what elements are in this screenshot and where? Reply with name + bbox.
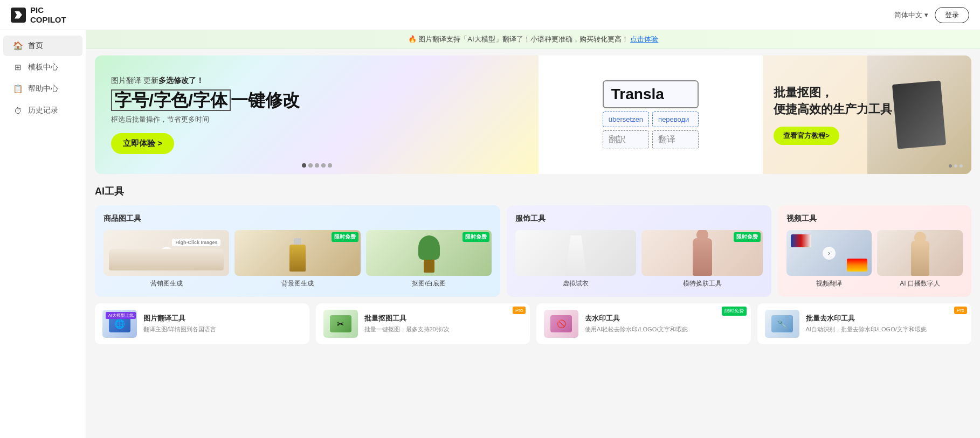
bottom-tools-row: AI大模型上线 🌐 图片翻译工具 翻译主图/详情图到各国语言 Pro [95, 303, 971, 344]
logo-text: PIC COPILOT [30, 5, 66, 25]
dot-3 [315, 163, 319, 168]
trans-box-3: переводи [652, 112, 699, 127]
cutout-label: 抠图/白底图 [412, 279, 446, 288]
sidebar-item-templates-label: 模板中心 [28, 62, 58, 72]
tool-item-cutout[interactable]: 限时免费 › 抠图/白底图 [366, 230, 492, 288]
mini-tool-bulk-cutout[interactable]: Pro ✂ 批量抠图工具 批量一键抠图，最多支持20张/次 [316, 303, 530, 344]
sidebar-item-help[interactable]: 📋 帮助中心 [3, 79, 82, 99]
announce-link[interactable]: 点击体验 [630, 35, 658, 43]
sidebar-item-templates[interactable]: ⊞ 模板中心 [3, 57, 82, 78]
image-translate-thumb: AI大模型上线 🌐 [102, 310, 137, 338]
logo-icon [11, 8, 26, 23]
login-button[interactable]: 登录 [935, 7, 969, 23]
history-icon: ⏱ [13, 106, 23, 115]
clothing-tool-items: › 虚拟试衣 限时免费 › [515, 230, 762, 288]
background-label: 背景图生成 [281, 279, 314, 288]
virtual-fitting-thumb: › [515, 230, 636, 276]
sidebar-item-history-label: 历史记录 [28, 106, 58, 115]
watermark-thumb: 🚫 [544, 310, 578, 338]
clothing-card-header: 服饰工具 [515, 214, 762, 224]
mini-tool-watermark[interactable]: 限时免费 🚫 去水印工具 使用AI轻松去除水印/LOGO/文字和瑕疵 [536, 303, 751, 344]
banner-left: 图片翻译 更新多选修改了！ 字号/字色/字体一键修改 框选后批量操作，节省更多时… [95, 55, 539, 174]
language-selector[interactable]: 简体中文 ▾ [894, 10, 928, 20]
content-area: 🔥 图片翻译支持「AI大模型」翻译了！小语种更准确，购买转化更高！ 点击体验 图… [86, 30, 980, 438]
video-tool-items: › 视频翻译 › [786, 230, 963, 288]
watermark-desc: 使用AI轻松去除水印/LOGO/文字和瑕疵 [585, 325, 743, 333]
tool-item-marketing[interactable]: › High-Click Images 营销图生成 [103, 230, 229, 288]
sidebar: 🏠 首页 ⊞ 模板中心 📋 帮助中心 ⏱ 历史记录 [0, 30, 86, 438]
video-tool-card: 视频工具 › 视频翻译 [778, 205, 971, 297]
video-translate-thumb: › [786, 230, 872, 276]
sidebar-item-home-label: 首页 [28, 41, 43, 51]
banner-cta-button[interactable]: 立即体验 > [111, 133, 174, 154]
rdot-1 [949, 164, 952, 168]
tool-item-model-skin[interactable]: 限时免费 › 模特换肤工具 [641, 230, 762, 288]
trans-box-4: 翻訳 [603, 130, 649, 149]
video-translate-arrow-icon: › [823, 247, 836, 260]
mini-tool-image-translate[interactable]: AI大模型上线 🌐 图片翻译工具 翻译主图/详情图到各国语言 [95, 303, 309, 344]
mini-tool-bulk-watermark[interactable]: Pro 🔧 批量去水印工具 AI自动识别，批量去除水印/LOGO/文字和瑕疵 [757, 303, 972, 344]
watermark-name: 去水印工具 [585, 314, 743, 323]
background-badge: 限时免费 [332, 232, 358, 242]
image-translate-name: 图片翻译工具 [143, 314, 302, 323]
banner-subtitle: 图片翻译 更新多选修改了！ [111, 76, 522, 86]
bulk-cutout-desc: 批量一键抠图，最多支持20张/次 [364, 325, 523, 333]
banner-translate: Transla übersetzen переводи 翻訳 翻译 [539, 55, 763, 174]
image-translate-desc: 翻译主图/详情图到各国语言 [143, 325, 302, 333]
announcement-bar: 🔥 图片翻译支持「AI大模型」翻译了！小语种更准确，购买转化更高！ 点击体验 [86, 30, 980, 49]
model-skin-thumb: 限时免费 › [641, 230, 762, 276]
dot-5 [328, 163, 332, 168]
banner-desc: 框选后批量操作，节省更多时间 [111, 115, 522, 124]
video-card-header: 视频工具 [786, 214, 963, 224]
tool-item-virtual-fitting[interactable]: › 虚拟试衣 [515, 230, 636, 288]
dot-1 [302, 163, 306, 168]
main-layout: 🏠 首页 ⊞ 模板中心 📋 帮助中心 ⏱ 历史记录 🔥 图片翻译支持「AI大模型… [0, 30, 980, 438]
tool-item-background[interactable]: 限时免费 › 背景图生成 [234, 230, 360, 288]
cutout-badge: 限时免费 [463, 232, 489, 242]
templates-icon: ⊞ [13, 62, 23, 72]
sidebar-item-home[interactable]: 🏠 首页 [3, 36, 82, 56]
cutout-thumb: 限时免费 › [366, 230, 492, 276]
marketing-thumb: › High-Click Images [103, 230, 229, 276]
bulk-cutout-info: 批量抠图工具 批量一键抠图，最多支持20张/次 [364, 314, 523, 333]
help-icon: 📋 [13, 84, 23, 94]
rdot-3 [960, 164, 963, 168]
product-tool-card: 商品图工具 › High-Click Images 营销图生成 [95, 205, 500, 297]
bulk-watermark-name: 批量去水印工具 [806, 314, 964, 323]
tool-item-video-translate[interactable]: › 视频翻译 [786, 230, 872, 288]
header: PIC COPILOT 简体中文 ▾ 登录 [0, 0, 980, 30]
image-translate-info: 图片翻译工具 翻译主图/详情图到各国语言 [143, 314, 302, 333]
bulk-watermark-info: 批量去水印工具 AI自动识别，批量去除水印/LOGO/文字和瑕疵 [806, 314, 964, 333]
digital-human-thumb: › [877, 230, 963, 276]
banner-right-cta[interactable]: 查看官方教程> [774, 127, 839, 145]
bulk-watermark-desc: AI自动识别，批量去除水印/LOGO/文字和瑕疵 [806, 325, 964, 333]
tools-row: 商品图工具 › High-Click Images 营销图生成 [95, 205, 971, 297]
home-icon: 🏠 [13, 41, 23, 51]
banner-right: 批量抠图， 便捷高效的生产力工具 查看官方教程> [763, 55, 971, 174]
sidebar-item-history[interactable]: ⏱ 历史记录 [3, 100, 82, 121]
clothing-tool-card: 服饰工具 › 虚拟试衣 限时免费 [507, 205, 771, 297]
watermark-info: 去水印工具 使用AI轻松去除水印/LOGO/文字和瑕疵 [585, 314, 743, 333]
digital-human-label: AI 口播数字人 [900, 279, 940, 288]
rdot-2 [954, 164, 957, 168]
trans-box-1: Transla [603, 80, 699, 108]
dot-4 [321, 163, 326, 168]
banner-area: 图片翻译 更新多选修改了！ 字号/字色/字体一键修改 框选后批量操作，节省更多时… [95, 55, 971, 174]
header-right: 简体中文 ▾ 登录 [894, 7, 969, 23]
background-thumb: 限时免费 › [234, 230, 360, 276]
model-skin-badge: 限时免费 [734, 232, 761, 242]
ai-tools-title: AI工具 [95, 185, 971, 198]
logo: PIC COPILOT [11, 5, 66, 25]
tool-item-digital-human[interactable]: › AI 口播数字人 [877, 230, 963, 288]
video-translate-label: 视频翻译 [816, 279, 842, 288]
sidebar-item-help-label: 帮助中心 [28, 84, 58, 94]
marketing-label: 营销图生成 [150, 279, 183, 288]
banner-right-dots [949, 164, 963, 168]
model-skin-label: 模特换肤工具 [683, 279, 722, 288]
dot-2 [308, 163, 313, 168]
virtual-fitting-label: 虚拟试衣 [563, 279, 589, 288]
product-card-header: 商品图工具 [103, 214, 492, 224]
bulk-cutout-name: 批量抠图工具 [364, 314, 523, 323]
bulk-cutout-thumb: ✂ [323, 310, 358, 338]
trans-box-5: 翻译 [652, 130, 699, 149]
